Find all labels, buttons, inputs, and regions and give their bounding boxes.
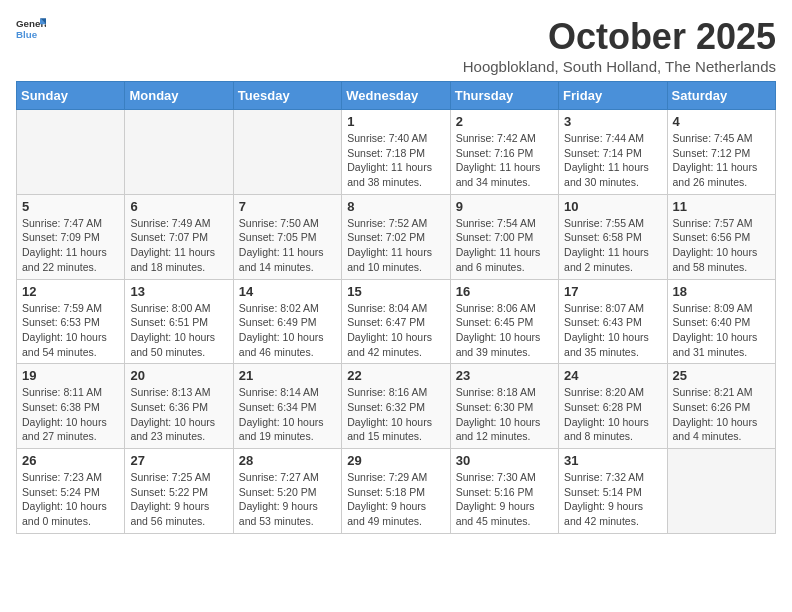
month-title: October 2025	[463, 16, 776, 58]
day-info: Sunrise: 8:20 AM Sunset: 6:28 PM Dayligh…	[564, 385, 661, 444]
day-number: 4	[673, 114, 770, 129]
day-number: 24	[564, 368, 661, 383]
day-number: 5	[22, 199, 119, 214]
svg-text:Blue: Blue	[16, 29, 38, 40]
calendar-cell: 16Sunrise: 8:06 AM Sunset: 6:45 PM Dayli…	[450, 279, 558, 364]
weekday-header-row: SundayMondayTuesdayWednesdayThursdayFrid…	[17, 82, 776, 110]
day-info: Sunrise: 7:27 AM Sunset: 5:20 PM Dayligh…	[239, 470, 336, 529]
day-info: Sunrise: 7:30 AM Sunset: 5:16 PM Dayligh…	[456, 470, 553, 529]
day-number: 2	[456, 114, 553, 129]
weekday-header-saturday: Saturday	[667, 82, 775, 110]
day-number: 25	[673, 368, 770, 383]
day-number: 17	[564, 284, 661, 299]
calendar-table: SundayMondayTuesdayWednesdayThursdayFrid…	[16, 81, 776, 534]
weekday-header-sunday: Sunday	[17, 82, 125, 110]
day-info: Sunrise: 8:00 AM Sunset: 6:51 PM Dayligh…	[130, 301, 227, 360]
day-number: 18	[673, 284, 770, 299]
day-number: 8	[347, 199, 444, 214]
day-info: Sunrise: 8:21 AM Sunset: 6:26 PM Dayligh…	[673, 385, 770, 444]
calendar-cell: 26Sunrise: 7:23 AM Sunset: 5:24 PM Dayli…	[17, 449, 125, 534]
day-number: 16	[456, 284, 553, 299]
day-number: 14	[239, 284, 336, 299]
calendar-cell: 27Sunrise: 7:25 AM Sunset: 5:22 PM Dayli…	[125, 449, 233, 534]
weekday-header-tuesday: Tuesday	[233, 82, 341, 110]
calendar-cell: 14Sunrise: 8:02 AM Sunset: 6:49 PM Dayli…	[233, 279, 341, 364]
day-info: Sunrise: 7:42 AM Sunset: 7:16 PM Dayligh…	[456, 131, 553, 190]
calendar-cell: 11Sunrise: 7:57 AM Sunset: 6:56 PM Dayli…	[667, 194, 775, 279]
calendar-week-row: 19Sunrise: 8:11 AM Sunset: 6:38 PM Dayli…	[17, 364, 776, 449]
calendar-cell	[667, 449, 775, 534]
calendar-week-row: 26Sunrise: 7:23 AM Sunset: 5:24 PM Dayli…	[17, 449, 776, 534]
calendar-cell: 2Sunrise: 7:42 AM Sunset: 7:16 PM Daylig…	[450, 110, 558, 195]
day-number: 11	[673, 199, 770, 214]
day-number: 13	[130, 284, 227, 299]
calendar-cell: 29Sunrise: 7:29 AM Sunset: 5:18 PM Dayli…	[342, 449, 450, 534]
calendar-cell: 9Sunrise: 7:54 AM Sunset: 7:00 PM Daylig…	[450, 194, 558, 279]
calendar-cell	[125, 110, 233, 195]
day-number: 7	[239, 199, 336, 214]
calendar-cell: 17Sunrise: 8:07 AM Sunset: 6:43 PM Dayli…	[559, 279, 667, 364]
day-number: 3	[564, 114, 661, 129]
calendar-cell	[17, 110, 125, 195]
day-number: 30	[456, 453, 553, 468]
calendar-cell: 8Sunrise: 7:52 AM Sunset: 7:02 PM Daylig…	[342, 194, 450, 279]
day-info: Sunrise: 7:44 AM Sunset: 7:14 PM Dayligh…	[564, 131, 661, 190]
day-info: Sunrise: 8:04 AM Sunset: 6:47 PM Dayligh…	[347, 301, 444, 360]
day-info: Sunrise: 8:16 AM Sunset: 6:32 PM Dayligh…	[347, 385, 444, 444]
day-info: Sunrise: 8:06 AM Sunset: 6:45 PM Dayligh…	[456, 301, 553, 360]
calendar-cell: 21Sunrise: 8:14 AM Sunset: 6:34 PM Dayli…	[233, 364, 341, 449]
day-number: 21	[239, 368, 336, 383]
day-info: Sunrise: 8:07 AM Sunset: 6:43 PM Dayligh…	[564, 301, 661, 360]
day-info: Sunrise: 8:09 AM Sunset: 6:40 PM Dayligh…	[673, 301, 770, 360]
day-number: 1	[347, 114, 444, 129]
day-number: 29	[347, 453, 444, 468]
calendar-cell	[233, 110, 341, 195]
calendar-cell: 18Sunrise: 8:09 AM Sunset: 6:40 PM Dayli…	[667, 279, 775, 364]
calendar-cell: 20Sunrise: 8:13 AM Sunset: 6:36 PM Dayli…	[125, 364, 233, 449]
weekday-header-friday: Friday	[559, 82, 667, 110]
day-info: Sunrise: 7:23 AM Sunset: 5:24 PM Dayligh…	[22, 470, 119, 529]
calendar-cell: 31Sunrise: 7:32 AM Sunset: 5:14 PM Dayli…	[559, 449, 667, 534]
day-info: Sunrise: 7:40 AM Sunset: 7:18 PM Dayligh…	[347, 131, 444, 190]
day-info: Sunrise: 8:02 AM Sunset: 6:49 PM Dayligh…	[239, 301, 336, 360]
logo: General Blue	[16, 16, 46, 40]
calendar-cell: 1Sunrise: 7:40 AM Sunset: 7:18 PM Daylig…	[342, 110, 450, 195]
day-info: Sunrise: 7:45 AM Sunset: 7:12 PM Dayligh…	[673, 131, 770, 190]
location-subtitle: Hoogblokland, South Holland, The Netherl…	[463, 58, 776, 75]
page-header: General Blue October 2025 Hoogblokland, …	[16, 16, 776, 75]
day-info: Sunrise: 8:13 AM Sunset: 6:36 PM Dayligh…	[130, 385, 227, 444]
day-number: 20	[130, 368, 227, 383]
day-info: Sunrise: 7:54 AM Sunset: 7:00 PM Dayligh…	[456, 216, 553, 275]
day-number: 26	[22, 453, 119, 468]
weekday-header-wednesday: Wednesday	[342, 82, 450, 110]
calendar-week-row: 1Sunrise: 7:40 AM Sunset: 7:18 PM Daylig…	[17, 110, 776, 195]
calendar-cell: 5Sunrise: 7:47 AM Sunset: 7:09 PM Daylig…	[17, 194, 125, 279]
day-number: 15	[347, 284, 444, 299]
day-number: 23	[456, 368, 553, 383]
calendar-cell: 13Sunrise: 8:00 AM Sunset: 6:51 PM Dayli…	[125, 279, 233, 364]
logo-icon: General Blue	[16, 16, 46, 40]
calendar-cell: 30Sunrise: 7:30 AM Sunset: 5:16 PM Dayli…	[450, 449, 558, 534]
calendar-cell: 7Sunrise: 7:50 AM Sunset: 7:05 PM Daylig…	[233, 194, 341, 279]
day-number: 27	[130, 453, 227, 468]
day-info: Sunrise: 7:29 AM Sunset: 5:18 PM Dayligh…	[347, 470, 444, 529]
day-number: 19	[22, 368, 119, 383]
day-info: Sunrise: 7:50 AM Sunset: 7:05 PM Dayligh…	[239, 216, 336, 275]
calendar-cell: 23Sunrise: 8:18 AM Sunset: 6:30 PM Dayli…	[450, 364, 558, 449]
day-info: Sunrise: 7:55 AM Sunset: 6:58 PM Dayligh…	[564, 216, 661, 275]
calendar-week-row: 5Sunrise: 7:47 AM Sunset: 7:09 PM Daylig…	[17, 194, 776, 279]
day-number: 10	[564, 199, 661, 214]
title-section: October 2025 Hoogblokland, South Holland…	[463, 16, 776, 75]
calendar-cell: 12Sunrise: 7:59 AM Sunset: 6:53 PM Dayli…	[17, 279, 125, 364]
weekday-header-thursday: Thursday	[450, 82, 558, 110]
day-info: Sunrise: 8:14 AM Sunset: 6:34 PM Dayligh…	[239, 385, 336, 444]
calendar-cell: 28Sunrise: 7:27 AM Sunset: 5:20 PM Dayli…	[233, 449, 341, 534]
day-number: 28	[239, 453, 336, 468]
calendar-cell: 4Sunrise: 7:45 AM Sunset: 7:12 PM Daylig…	[667, 110, 775, 195]
calendar-week-row: 12Sunrise: 7:59 AM Sunset: 6:53 PM Dayli…	[17, 279, 776, 364]
day-number: 6	[130, 199, 227, 214]
day-number: 9	[456, 199, 553, 214]
day-info: Sunrise: 7:32 AM Sunset: 5:14 PM Dayligh…	[564, 470, 661, 529]
calendar-cell: 25Sunrise: 8:21 AM Sunset: 6:26 PM Dayli…	[667, 364, 775, 449]
day-info: Sunrise: 7:57 AM Sunset: 6:56 PM Dayligh…	[673, 216, 770, 275]
